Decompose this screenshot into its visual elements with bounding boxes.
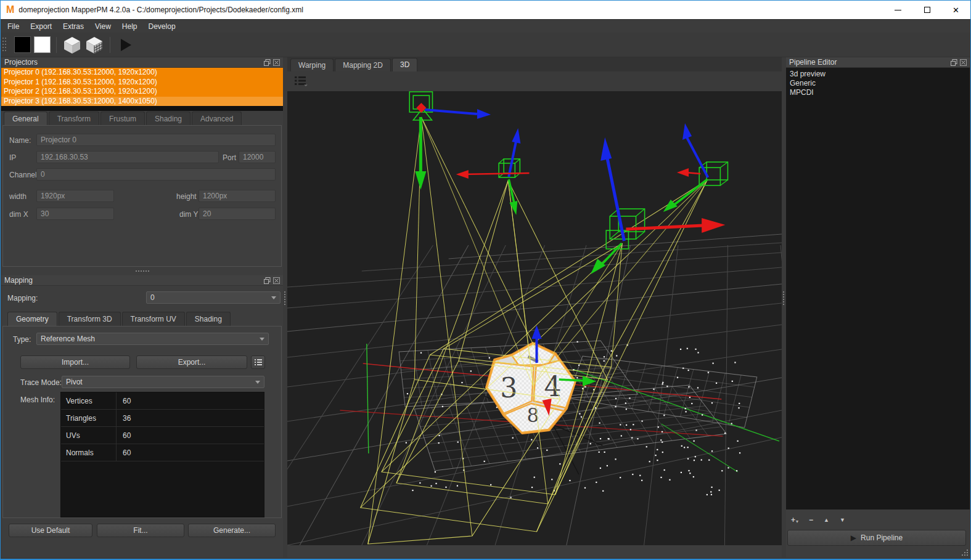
dodecahedron: 3 4 8 <box>486 343 575 433</box>
calibration-grids <box>399 341 757 471</box>
dimy-field[interactable]: 20 <box>199 208 276 220</box>
tab-transform-uv[interactable]: Transform UV <box>122 312 185 326</box>
play-icon[interactable] <box>121 39 131 51</box>
tab-shading[interactable]: Shading <box>146 112 191 126</box>
mapping-panel-title: Mapping <box>4 276 33 285</box>
add-pipeline-button[interactable]: +▾ <box>791 516 798 524</box>
close-panel-icon[interactable] <box>960 59 967 66</box>
mesh-info-key: UVs <box>61 427 117 444</box>
view-options-menu-icon[interactable] <box>295 76 308 87</box>
mesh-info-table: Vertices 60 Triangles 36 UVs 60 Normals … <box>60 392 264 517</box>
solid-cube-icon[interactable] <box>62 36 82 54</box>
tab-general[interactable]: General <box>4 112 47 126</box>
tab-3d[interactable]: 3D <box>392 58 417 71</box>
height-label: height <box>176 192 197 201</box>
3d-canvas[interactable]: 3 4 8 <box>287 91 782 545</box>
width-field[interactable]: 1920px <box>36 190 114 202</box>
channel-field[interactable]: 0 <box>36 168 276 181</box>
port-label: Port <box>223 153 236 162</box>
menu-help[interactable]: Help <box>117 22 143 31</box>
table-row: Vertices 60 <box>61 392 264 410</box>
tab-frustum[interactable]: Frustum <box>100 112 145 126</box>
black-background-swatch[interactable] <box>14 36 31 53</box>
mapping-select-value: 0 <box>150 293 155 302</box>
maximize-icon <box>924 7 930 13</box>
face-number-left: 3 <box>500 372 517 404</box>
chevron-down-icon <box>271 296 276 299</box>
menu-develop[interactable]: Develop <box>143 22 181 31</box>
move-up-button[interactable]: ▲ <box>824 517 829 523</box>
menu-file[interactable]: File <box>2 22 25 31</box>
pipeline-editor-panel: Pipeline Editor 3d preview Generic MPCDI… <box>786 57 970 558</box>
move-down-button[interactable]: ▼ <box>840 517 845 523</box>
mesh-info-value: 60 <box>117 397 131 405</box>
window-title: domeprojection MapperPM 4.2.0a - C:/dome… <box>18 6 303 14</box>
pipeline-toolbar: +▾ − ▲ ▼ <box>791 513 845 527</box>
menu-export[interactable]: Export <box>25 22 57 31</box>
mesh-options-menu-button[interactable] <box>251 355 265 369</box>
export-button[interactable]: Export... <box>136 355 247 369</box>
right-splitter[interactable] <box>782 57 786 558</box>
minimize-button[interactable] <box>883 1 912 19</box>
tab-transform-3d[interactable]: Transform 3D <box>59 312 121 326</box>
pipeline-item-3d-preview[interactable]: 3d preview <box>790 70 970 79</box>
main-area: Projectors Projector 0 (192.168.30.53:12… <box>1 57 970 558</box>
fit-button[interactable]: Fit... <box>97 524 184 537</box>
menu-extras[interactable]: Extras <box>57 22 89 31</box>
textured-cube-icon[interactable] <box>84 36 104 54</box>
left-splitter[interactable] <box>283 57 287 558</box>
run-pipeline-button[interactable]: ▶ Run Pipeline <box>787 530 966 546</box>
tab-advanced[interactable]: Advanced <box>192 112 242 126</box>
close-button[interactable]: ✕ <box>941 1 970 19</box>
mapping-tabbar: Geometry Transform 3D Transform UV Shadi… <box>7 311 283 326</box>
arrow-down-icon: ▼ <box>840 517 845 523</box>
projectors-panel-title: Projectors <box>4 58 38 67</box>
tab-geometry[interactable]: Geometry <box>7 312 57 326</box>
tab-mapping-2d[interactable]: Mapping 2D <box>335 59 391 71</box>
remove-pipeline-button[interactable]: − <box>809 516 813 524</box>
type-value: Reference Mesh <box>41 335 95 343</box>
import-button[interactable]: Import... <box>20 355 130 369</box>
generate-button[interactable]: Generate... <box>188 524 276 537</box>
projector-general-form: Name: Projector 0 IP 192.168.30.53 Port … <box>2 125 282 267</box>
dimx-field[interactable]: 30 <box>36 208 114 220</box>
maximize-button[interactable] <box>912 1 941 19</box>
pipeline-item-generic[interactable]: Generic <box>790 79 970 88</box>
trace-mode-combo[interactable]: Pivot <box>62 376 264 388</box>
use-default-button[interactable]: Use Default <box>9 524 92 537</box>
tab-transform[interactable]: Transform <box>49 112 99 126</box>
toolbar-separator <box>110 37 110 53</box>
tab-mapping-shading[interactable]: Shading <box>186 312 231 326</box>
type-combo[interactable]: Reference Mesh <box>36 333 269 345</box>
app-window: M domeprojection MapperPM 4.2.0a - C:/do… <box>0 0 971 560</box>
toolbar-drag-handle[interactable] <box>2 36 7 54</box>
name-field[interactable]: Projector 0 <box>36 134 276 146</box>
float-panel-icon[interactable] <box>264 277 271 284</box>
white-background-swatch[interactable] <box>34 36 51 53</box>
resize-grip[interactable] <box>961 549 969 557</box>
tab-warping[interactable]: Warping <box>290 59 334 71</box>
mesh-info-key: Triangles <box>61 410 117 426</box>
run-pipeline-label: Run Pipeline <box>861 534 903 542</box>
viewport-bottom-strip <box>287 545 782 558</box>
mapping-select-label: Mapping: <box>7 294 38 302</box>
pipeline-item-mpcdi[interactable]: MPCDI <box>790 88 970 97</box>
projector-list-item-2[interactable]: Projector 2 (192.168.30.53:12000, 1920x1… <box>1 87 283 97</box>
float-panel-icon[interactable] <box>264 59 271 66</box>
mapping-select-combo[interactable]: 0 <box>146 291 281 304</box>
float-panel-icon[interactable] <box>951 59 957 66</box>
app-logo-icon: M <box>6 4 14 15</box>
port-field[interactable]: 12000 <box>239 151 276 163</box>
type-label: Type: <box>13 335 31 344</box>
projector-list-item-0[interactable]: Projector 0 (192.168.30.53:12000, 1920x1… <box>1 68 283 78</box>
panel-splitter-handle[interactable] <box>136 270 149 272</box>
height-field[interactable]: 1200px <box>199 190 276 202</box>
menu-view[interactable]: View <box>89 22 117 31</box>
dimy-label: dim Y <box>179 210 198 219</box>
projector-list-item-1[interactable]: Projector 1 (192.168.30.53:12000, 1920x1… <box>1 78 283 87</box>
projector-list-item-3[interactable]: Projector 3 (192.168.30.53:12000, 1400x1… <box>1 97 283 107</box>
mesh-info-value: 60 <box>117 431 131 440</box>
close-panel-icon[interactable] <box>273 59 280 66</box>
ip-field[interactable]: 192.168.30.53 <box>36 151 219 163</box>
close-panel-icon[interactable] <box>273 277 280 284</box>
